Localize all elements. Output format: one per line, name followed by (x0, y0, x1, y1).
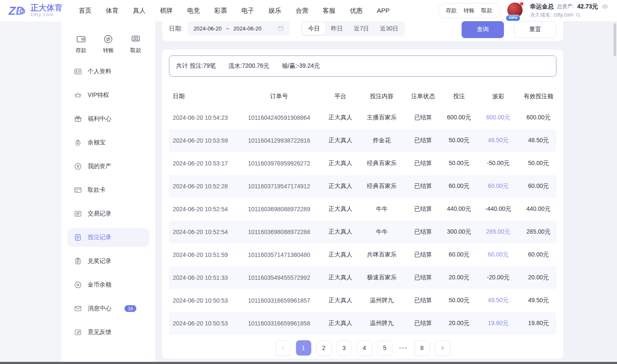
brand[interactable]: ZD 正大体育 zdty.com (8, 3, 63, 18)
range-button-今日[interactable]: 今日 (302, 22, 325, 35)
cell-date: 2024-06-20 10:52:28 (169, 183, 228, 190)
id-card-icon (74, 67, 82, 76)
summary-bar: 共计 投注:79笔 流水:7200.76元 输/赢:-39.24元 (169, 55, 556, 77)
sidebar-item-消息中心[interactable]: 消息中心16 (67, 299, 149, 318)
sidebar-item-label: VIP特权 (88, 91, 109, 99)
date-range-input[interactable]: 2024-06-20 ~ 2024-06-20 (188, 21, 291, 36)
cell-payout: 60.00元 (488, 182, 509, 190)
cell-platform: 正大真人 (329, 137, 352, 144)
nav-item-彩票[interactable]: 彩票 (214, 7, 227, 15)
domain-label: 永久域名: (530, 11, 552, 19)
avatar[interactable]: VIP4 (507, 3, 523, 19)
transaction-list-icon (74, 210, 82, 218)
sidebar-item-取款卡[interactable]: 取款卡 (67, 181, 149, 199)
header-action-存款[interactable]: 存款 (446, 7, 457, 14)
header-action-取款[interactable]: 取款 (481, 7, 492, 14)
query-button[interactable]: 查询 (462, 21, 504, 38)
unread-badge: 16 (125, 305, 136, 312)
table-row: 2024-06-20 10:51:59 1011603571471380480 … (169, 243, 556, 266)
cell-valid-bet: 60.00元 (528, 182, 549, 190)
cell-platform: 正大真人 (329, 160, 352, 167)
nav-item-体育[interactable]: 体育 (106, 7, 119, 15)
filter-panel: 日期: 2024-06-20 ~ 2024-06-20 今日昨日近7日近30日 … (162, 21, 563, 41)
range-button-昨日[interactable]: 昨日 (325, 22, 348, 35)
scrollbar[interactable] (614, 23, 616, 56)
cell-status: 已结算 (414, 114, 432, 121)
quick-action-取款[interactable]: 取款 (130, 34, 141, 54)
cell-status: 已结算 (414, 137, 432, 144)
content-area: 日期: 2024-06-20 ~ 2024-06-20 今日昨日近7日近30日 … (155, 21, 617, 364)
cell-content: 牛牛 (376, 228, 388, 236)
table-header-row: 日期订单号平台投注内容注单状态投注派彩有效投注额 (169, 87, 556, 106)
calendar-icon[interactable] (277, 25, 284, 32)
sidebar-item-个人资料[interactable]: 个人资料 (67, 62, 149, 81)
nav-item-合营[interactable]: 合营 (296, 7, 308, 15)
page-button-5[interactable]: 5 (377, 340, 393, 356)
sidebar-item-投注记录[interactable]: 投注记录 (67, 228, 149, 247)
quick-action-label: 存款 (75, 47, 86, 54)
withdraw-icon (130, 34, 141, 44)
next-page-button[interactable] (435, 340, 450, 356)
reset-button[interactable]: 重置 (514, 21, 556, 38)
cell-valid-bet: 19.80元 (528, 320, 549, 327)
cell-date: 2024-06-20 10:51:33 (169, 274, 228, 281)
cell-platform: 正大真人 (329, 297, 352, 304)
nav-item-电子[interactable]: 电子 (241, 7, 254, 15)
nav-item-APP[interactable]: APP (377, 7, 390, 15)
nav-item-娱乐[interactable]: 娱乐 (268, 7, 281, 15)
sidebar-item-label: 投注记录 (88, 234, 111, 241)
cell-status: 已结算 (414, 251, 432, 259)
summary-total: 共计 投注:79笔 (176, 62, 216, 70)
sidebar-item-意见反馈[interactable]: 意见反馈 (67, 323, 149, 342)
sidebar-item-label: 兑奖记录 (88, 257, 111, 265)
date-label: 日期: (169, 21, 183, 36)
records-panel: 共计 投注:79笔 流水:7200.76元 输/赢:-39.24元 日期订单号平… (162, 50, 563, 359)
sidebar-item-我的资产[interactable]: 我的资产 (67, 157, 149, 176)
page-button-4[interactable]: 4 (357, 340, 372, 356)
sidebar-item-余额宝[interactable]: 余额宝 (67, 133, 149, 152)
cell-payout: 19.80元 (488, 320, 509, 327)
eye-icon[interactable] (601, 3, 609, 10)
svg-text:ZD: ZD (8, 4, 24, 17)
quick-action-存款[interactable]: 存款 (75, 34, 86, 54)
sidebar-item-VIP特权[interactable]: VIP特权 (67, 86, 149, 105)
nav-item-电竞[interactable]: 电竞 (187, 7, 200, 15)
prev-page-button[interactable] (276, 340, 291, 356)
search-icon[interactable] (575, 12, 581, 18)
cell-valid-bet: 49.50元 (528, 297, 549, 304)
table-row: 2024-06-20 10:51:33 1011603549455572992 … (169, 266, 556, 289)
cell-status: 已结算 (414, 182, 432, 190)
sidebar-item-金币余额[interactable]: 金币余额 (67, 276, 149, 294)
page-button-3[interactable]: 3 (337, 340, 352, 356)
nav-item-优惠[interactable]: 优惠 (350, 7, 362, 15)
sidebar-quick-actions: 存款转账取款 (61, 34, 155, 54)
cell-platform: 正大真人 (329, 274, 352, 281)
quick-action-转账[interactable]: 转账 (103, 34, 114, 54)
money-bag-icon (74, 138, 82, 147)
nav-item-真人[interactable]: 真人 (133, 7, 146, 15)
wallet-actions-pill: 存款转账取款 (438, 3, 501, 18)
page-button-1[interactable]: 1 (296, 340, 311, 356)
quick-action-label: 取款 (130, 47, 141, 54)
gift-icon (74, 115, 82, 123)
page-ellipsis: ••• (398, 345, 409, 351)
cell-bet: 600.00元 (447, 114, 471, 121)
wallet-icon (76, 34, 86, 44)
page-button-2[interactable]: 2 (316, 340, 332, 356)
sidebar-item-交易记录[interactable]: 交易记录 (67, 204, 149, 223)
nav-item-客服[interactable]: 客服 (323, 7, 335, 15)
cell-platform: 正大真人 (329, 320, 352, 327)
cell-date: 2024-06-20 10:52:54 (169, 229, 228, 235)
range-button-近30日[interactable]: 近30日 (374, 22, 404, 35)
sidebar-item-福利中心[interactable]: 福利中心 (67, 110, 149, 128)
page-button-8[interactable]: 8 (415, 340, 430, 356)
cell-valid-bet: 50.00元 (528, 160, 549, 167)
nav-item-首页[interactable]: 首页 (79, 7, 91, 15)
range-button-近7日[interactable]: 近7日 (348, 22, 374, 35)
sidebar-item-兑奖记录[interactable]: 兑奖记录 (67, 252, 149, 270)
cell-valid-bet: 285.00元 (526, 228, 551, 236)
nav-item-棋牌[interactable]: 棋牌 (160, 7, 173, 15)
cell-status: 已结算 (414, 160, 432, 167)
cell-order-no: 1011603719547174912 (248, 183, 310, 190)
header-action-转账[interactable]: 转账 (464, 7, 475, 14)
